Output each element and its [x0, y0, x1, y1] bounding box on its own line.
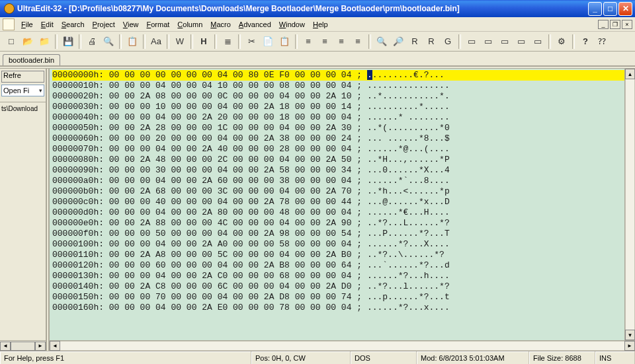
window-list-button[interactable]: ▭	[530, 34, 545, 49]
hex-row[interactable]: 00000010h: 00 00 00 04 00 00 04 10 00 00…	[52, 81, 624, 91]
hex-editor-view[interactable]: 00000000h: 00 00 00 00 00 00 00 04 00 80…	[50, 69, 624, 340]
scroll-down-button[interactable]: ▼	[625, 330, 635, 340]
align-right-button[interactable]: ≡	[334, 34, 349, 49]
replace-button[interactable]: R	[407, 34, 422, 49]
replace-all-button[interactable]: R	[424, 34, 439, 49]
hex-row[interactable]: 00000020h: 00 00 2A 08 00 00 00 0C 00 00…	[52, 91, 624, 102]
menu-file[interactable]: File	[17, 19, 37, 30]
hex-row[interactable]: 000000a0h: 00 00 00 04 00 00 2A 60 00 00…	[52, 176, 624, 186]
document-icon	[3, 18, 15, 30]
hex-row[interactable]: 000000b0h: 00 00 2A 68 00 00 00 3C 00 00…	[52, 186, 624, 197]
maximize-button[interactable]: □	[603, 2, 617, 16]
menu-window[interactable]: Window	[275, 19, 309, 30]
hex-row[interactable]: 000000c0h: 00 00 00 40 00 00 00 04 00 00…	[52, 197, 624, 207]
panel-hscroll[interactable]: ◄ ►	[0, 340, 46, 351]
hex-row[interactable]: 00000130h: 00 00 00 04 00 00 2A C0 00 00…	[52, 271, 624, 281]
align-left-button[interactable]: ≡	[301, 34, 316, 49]
hex-row[interactable]: 00000060h: 00 00 00 20 00 00 00 04 00 00…	[52, 133, 624, 144]
paste-button[interactable]: 📋	[277, 34, 292, 49]
print-preview-button[interactable]: 🔍	[101, 34, 116, 49]
align-center-button[interactable]: ≡	[318, 34, 332, 49]
window-tile-v-button[interactable]: ▭	[497, 34, 512, 49]
main-toolbar: □ 📂 📁 💾 🖨 🔍 📋 Aa W H ≣ ✂ 📄 📋 ≡ ≡ ≡ ≡ 🔍 🔎…	[0, 32, 635, 52]
file-tabbar: bootloader.bin	[0, 52, 635, 66]
font-button[interactable]: Aa	[149, 34, 163, 49]
menu-help[interactable]: Help	[309, 19, 332, 30]
statusbar: For Help, press F1 Pos: 0H, 0, CW DOS Mo…	[0, 351, 635, 364]
copy-button[interactable]: 📄	[261, 34, 275, 49]
status-position: Pos: 0H, 0, CW	[251, 351, 351, 364]
window-cascade-button[interactable]: ▭	[464, 34, 479, 49]
close-button[interactable]: ✕	[618, 2, 632, 16]
scroll-up-button[interactable]: ▲	[625, 69, 635, 79]
refresh-button[interactable]: Refre	[1, 71, 44, 83]
hex-row[interactable]: 00000150h: 00 00 00 70 00 00 00 04 00 00…	[52, 292, 624, 303]
find-button[interactable]: 🔍	[374, 34, 389, 49]
favorites-button[interactable]: 📁	[37, 34, 52, 49]
wordwrap-button[interactable]: W	[173, 34, 187, 49]
scroll-left-button[interactable]: ◄	[0, 342, 11, 351]
scroll-track[interactable]	[60, 341, 624, 351]
menubar: FileEditSearchProjectViewFormatColumnMac…	[0, 17, 635, 32]
save-button[interactable]: 💾	[61, 34, 75, 49]
scroll-track[interactable]	[625, 79, 635, 330]
window-arrange-button[interactable]: ▭	[514, 34, 529, 49]
hex-row[interactable]: 00000100h: 00 00 00 04 00 00 2A A0 00 00…	[52, 239, 624, 250]
mdi-restore-button[interactable]: ❐	[610, 20, 620, 29]
menu-macro[interactable]: Macro	[206, 19, 235, 30]
file-tree-path[interactable]: ts\Download	[0, 102, 46, 115]
print-button[interactable]: 🖨	[85, 34, 99, 49]
menu-column[interactable]: Column	[173, 19, 206, 30]
hex-row[interactable]: 00000110h: 00 00 2A A8 00 00 00 5C 00 00…	[52, 250, 624, 260]
scroll-right-button[interactable]: ►	[624, 341, 635, 351]
toolbar-separator	[167, 34, 169, 49]
status-modified: Mod: 6/8/2013 5:01:03AM	[417, 351, 529, 364]
hex-row[interactable]: 00000050h: 00 00 2A 28 00 00 00 1C 00 00…	[52, 123, 624, 133]
hex-row[interactable]: 00000140h: 00 00 2A C8 00 00 00 6C 00 00…	[52, 281, 624, 292]
copy-format-button[interactable]: 📋	[125, 34, 140, 49]
hex-row[interactable]: 000000f0h: 00 00 00 50 00 00 00 04 00 00…	[52, 229, 624, 239]
goto-button[interactable]: G	[441, 34, 455, 49]
menu-search[interactable]: Search	[58, 19, 89, 30]
file-tab[interactable]: bootloader.bin	[3, 54, 60, 65]
hex-mode-button[interactable]: H	[196, 34, 211, 49]
help-button[interactable]: ?	[578, 34, 593, 49]
hex-row[interactable]: 00000080h: 00 00 2A 48 00 00 00 2C 00 00…	[52, 155, 624, 165]
mdi-close-button[interactable]: ×	[622, 20, 632, 29]
toolbar-separator	[214, 34, 217, 49]
hex-row[interactable]: 00000120h: 00 00 00 60 00 00 00 04 00 00…	[52, 260, 624, 271]
menu-edit[interactable]: Edit	[37, 19, 58, 30]
align-justify-button[interactable]: ≡	[351, 34, 365, 49]
whats-this-button[interactable]: ⁇	[595, 34, 609, 49]
hex-row[interactable]: 00000040h: 00 00 00 04 00 00 2A 20 00 00…	[52, 112, 624, 123]
scroll-left-button[interactable]: ◄	[50, 341, 60, 351]
new-file-button[interactable]: □	[4, 34, 19, 49]
toolbar-separator	[295, 34, 298, 49]
mdi-minimize-button[interactable]: _	[598, 20, 609, 29]
window-tile-h-button[interactable]: ▭	[481, 34, 495, 49]
open-files-dropdown[interactable]: Open Fi	[1, 85, 44, 96]
hex-row[interactable]: 00000000h: 00 00 00 00 00 00 00 04 00 80…	[52, 70, 624, 81]
toolbar-separator	[190, 34, 193, 49]
hex-row[interactable]: 00000030h: 00 00 00 10 00 00 00 04 00 00…	[52, 102, 624, 112]
editor-hscroll[interactable]: ◄ ►	[50, 340, 635, 351]
scroll-right-button[interactable]: ►	[35, 342, 46, 351]
status-encoding: DOS	[351, 351, 417, 364]
menu-advanced[interactable]: Advanced	[235, 19, 275, 30]
editor-vscroll[interactable]: ▲ ▼	[624, 69, 635, 340]
cut-button[interactable]: ✂	[244, 34, 259, 49]
configuration-button[interactable]: ⚙	[554, 34, 569, 49]
minimize-button[interactable]: _	[588, 2, 602, 16]
hex-row[interactable]: 000000d0h: 00 00 00 04 00 00 2A 80 00 00…	[52, 207, 624, 218]
menu-format[interactable]: Format	[143, 19, 174, 30]
open-file-button[interactable]: 📂	[21, 34, 35, 49]
scroll-track[interactable]	[11, 342, 35, 351]
menu-view[interactable]: View	[119, 19, 143, 30]
hex-row[interactable]: 000000e0h: 00 00 2A 88 00 00 00 4C 00 00…	[52, 218, 624, 229]
menu-project[interactable]: Project	[89, 19, 119, 30]
hex-row[interactable]: 00000090h: 00 00 00 30 00 00 00 04 00 00…	[52, 165, 624, 176]
hex-row[interactable]: 00000160h: 00 00 00 04 00 00 2A E0 00 00…	[52, 303, 624, 313]
find-next-button[interactable]: 🔎	[391, 34, 405, 49]
hex-row[interactable]: 00000070h: 00 00 00 04 00 00 2A 40 00 00…	[52, 144, 624, 155]
align-button[interactable]: ≣	[220, 34, 235, 49]
